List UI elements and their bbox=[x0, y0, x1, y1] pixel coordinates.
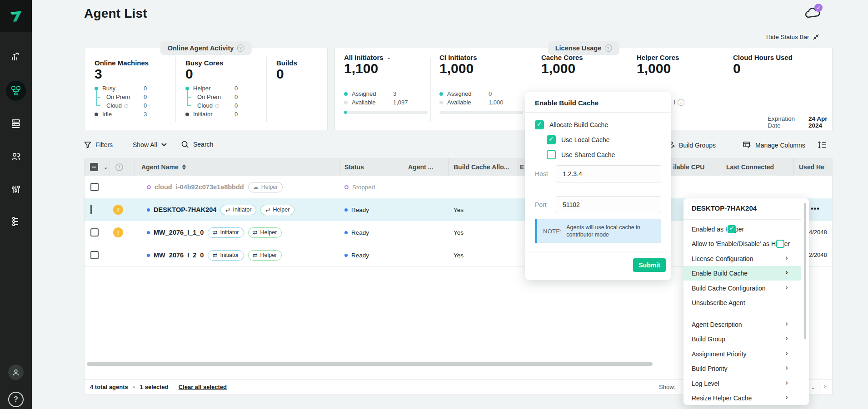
table-row[interactable]: cloud_i-04b92c073e1a8bbdd ☁Helper Stoppe… bbox=[85, 176, 832, 199]
filters-button[interactable]: Filters bbox=[84, 141, 113, 148]
status-cell: Ready bbox=[344, 198, 369, 221]
help-circle-icon[interactable] bbox=[237, 44, 244, 52]
col-agent-truncated[interactable]: Agent ... bbox=[408, 158, 433, 176]
row-actions-button[interactable]: ••• bbox=[811, 205, 820, 213]
ready-dot bbox=[344, 208, 348, 212]
host-label: Host bbox=[535, 170, 548, 177]
hide-status-bar-button[interactable]: Hide Status Bar bbox=[766, 34, 819, 40]
users-icon bbox=[10, 151, 21, 162]
table-header: ⌄ Agent Name Status Agent ... Build Cach… bbox=[85, 158, 832, 176]
chevron-down-icon[interactable]: ⌄ bbox=[387, 54, 391, 60]
sidebar-item-users[interactable] bbox=[0, 147, 32, 167]
alerts-column-icon bbox=[115, 158, 124, 176]
helper-badge: ☁Helper bbox=[248, 182, 283, 192]
col-used-helper-fragment[interactable]: Used He bbox=[799, 158, 824, 176]
dialog-title: Enable Build Cache bbox=[535, 99, 599, 107]
warning-icon[interactable]: ! bbox=[113, 205, 123, 215]
sort-icon[interactable] bbox=[182, 164, 186, 170]
menu-item-log-level[interactable]: Log Level› bbox=[683, 376, 801, 391]
col-status[interactable]: Status bbox=[344, 158, 364, 176]
menu-item-resize-helper-cache[interactable]: Resize Helper Cache› bbox=[683, 391, 801, 405]
selected-count-label: 1 selected bbox=[140, 384, 169, 390]
clear-selected-link[interactable]: Clear all selected bbox=[179, 384, 227, 390]
row-checkbox[interactable] bbox=[90, 251, 99, 259]
transfer-icon: ⇄ bbox=[213, 252, 217, 258]
col-available-cpu-fragment[interactable]: ilable CPU bbox=[673, 158, 704, 176]
chevron-right-icon: › bbox=[785, 334, 788, 343]
agent-name[interactable]: cloud_i-04b92c073e1a8bbdd bbox=[155, 183, 244, 191]
chevron-right-icon: › bbox=[785, 268, 788, 277]
info-icon[interactable] bbox=[678, 99, 684, 106]
search-input[interactable]: Search bbox=[181, 140, 213, 148]
col-agent-name[interactable]: Agent Name bbox=[141, 158, 186, 176]
transfer-icon: ⇄ bbox=[253, 230, 258, 235]
menu-item-assignment-priority[interactable]: Assignment Priority› bbox=[683, 347, 801, 361]
sidebar-item-profile[interactable] bbox=[0, 362, 32, 382]
menu-item-allow-enable-disable[interactable]: Allow to 'Enable/Disable' as Helper bbox=[683, 237, 801, 251]
agent-name[interactable]: MW_2076_I_2_0 bbox=[154, 251, 204, 259]
port-label: Port bbox=[535, 201, 547, 208]
chevron-right-icon: › bbox=[785, 378, 788, 387]
menu-item-enabled-as-helper[interactable]: Enabled as Helper bbox=[683, 222, 801, 237]
menu-item-enable-build-cache[interactable]: Enable Build Cache› bbox=[683, 266, 801, 281]
note-accent-bar bbox=[535, 219, 537, 243]
chevron-down-icon[interactable]: ⌄ bbox=[104, 164, 108, 170]
checkbox-unchecked-icon[interactable] bbox=[776, 240, 784, 248]
transfer-icon: ⇄ bbox=[225, 207, 230, 212]
row-height-button[interactable] bbox=[817, 140, 827, 152]
menu-item-build-group[interactable]: Build Group› bbox=[683, 332, 801, 346]
app-logo[interactable] bbox=[0, 0, 32, 32]
row-checkbox[interactable] bbox=[90, 228, 99, 237]
metric-busy-cores: Busy Cores 0 Helper0 On Prem0 Cloud◷0 In… bbox=[185, 59, 263, 118]
cloud-status-button[interactable]: ✓ bbox=[803, 5, 825, 24]
help-circle-icon[interactable] bbox=[604, 44, 612, 52]
show-all-dropdown[interactable]: Show All bbox=[133, 141, 167, 148]
pagination-next-icon[interactable]: › bbox=[823, 382, 826, 391]
allocate-build-cache-checkbox[interactable]: Allocate Build Cache bbox=[535, 120, 608, 129]
use-local-cache-checkbox[interactable]: Use Local Cache bbox=[547, 135, 610, 144]
menu-item-build-cache-configuration[interactable]: Build Cache Configuration› bbox=[683, 281, 801, 296]
build-groups-button[interactable]: Build Groups bbox=[666, 141, 716, 149]
port-field[interactable] bbox=[556, 196, 661, 213]
cloud-icon: ☁ bbox=[253, 184, 259, 190]
layers-icon bbox=[10, 118, 21, 129]
online-agent-activity-panel: Online Agent Activity Online Machines 3 … bbox=[84, 48, 328, 130]
sidebar-item-settings[interactable] bbox=[0, 179, 32, 199]
chevron-right-icon: › bbox=[785, 349, 788, 358]
menu-item-unsubscribe-agent[interactable]: Unsubscribe Agent bbox=[683, 296, 801, 310]
checkbox-checked-icon[interactable] bbox=[728, 225, 736, 233]
show-label: Show: bbox=[659, 384, 675, 390]
sidebar-item-pipeline[interactable] bbox=[0, 212, 32, 232]
manage-columns-button[interactable]: Manage Columns bbox=[743, 141, 805, 149]
agent-name[interactable]: MW_2076_I_1_0 bbox=[154, 229, 204, 236]
enable-build-cache-dialog: Enable Build Cache Allocate Build Cache … bbox=[525, 92, 671, 280]
warning-icon[interactable]: ! bbox=[113, 227, 123, 237]
note-label: NOTE: bbox=[543, 228, 562, 235]
submit-button[interactable]: Submit bbox=[633, 258, 666, 272]
host-field[interactable] bbox=[556, 165, 661, 182]
metric-cloud-hours: Cloud Hours Used 0 bbox=[733, 54, 824, 76]
stopped-dot bbox=[344, 185, 349, 189]
row-checkbox[interactable] bbox=[90, 205, 92, 214]
help-icon: ? bbox=[8, 392, 24, 407]
search-icon bbox=[181, 140, 189, 148]
menu-item-build-priority[interactable]: Build Priority› bbox=[683, 361, 801, 376]
row-checkbox[interactable] bbox=[90, 183, 99, 191]
horizontal-scrollbar[interactable] bbox=[87, 362, 653, 366]
menu-item-license-configuration[interactable]: License Configuration› bbox=[683, 251, 801, 266]
sidebar-item-dashboard[interactable] bbox=[0, 47, 32, 67]
sidebar-item-agents-selected[interactable] bbox=[0, 81, 32, 101]
initiator-badge: ⇄Initiator bbox=[208, 227, 244, 238]
col-build-cache[interactable]: Build Cache Allo... bbox=[454, 158, 509, 176]
select-all-checkbox[interactable]: ⌄ bbox=[90, 158, 108, 176]
build-cache-cell: Yes bbox=[454, 244, 464, 266]
sidebar-item-builds[interactable] bbox=[0, 113, 32, 133]
use-shared-cache-checkbox[interactable]: Use Shared Cache bbox=[547, 150, 615, 159]
col-last-connected[interactable]: Last Connected bbox=[726, 158, 774, 176]
menu-scrollbar[interactable] bbox=[804, 203, 806, 339]
table-footer: 4 total agents ● 1 selected Clear all se… bbox=[90, 379, 227, 394]
sidebar-item-help[interactable]: ? bbox=[0, 389, 32, 409]
agent-name[interactable]: DESKTOP-7HAK204 bbox=[154, 206, 216, 213]
menu-item-agent-description[interactable]: Agent Description› bbox=[683, 317, 801, 332]
tree-item: Idle3 bbox=[95, 110, 172, 118]
